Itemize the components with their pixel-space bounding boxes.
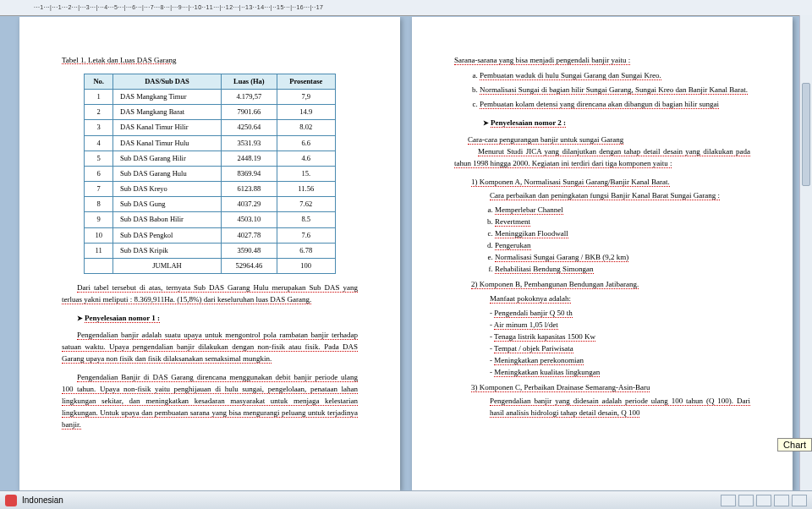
status-bar: Indonesian — [0, 490, 812, 509]
table-row: 5Sub DAS Garang Hilir2448.194.6 — [85, 151, 336, 166]
section-heading: Penyelesaian nomor 2 : — [483, 118, 750, 129]
chart-tooltip: Chart — [777, 438, 812, 452]
view-mode-button[interactable] — [738, 495, 754, 506]
table-row: 1DAS Mangkang Timur4.179,577,9 — [85, 90, 336, 105]
komponen-b: 2) Komponen B, Pembangunan Bendungan Jat… — [471, 279, 750, 379]
komponen-c: 3) Komponen C, Perbaikan Drainase Semara… — [471, 382, 750, 420]
list-item: Rehabilitasi Bendung Simongan — [495, 264, 750, 276]
col-pros: Prosentase — [277, 74, 335, 89]
list-item: Meningkatkan perekonomian — [490, 355, 750, 367]
paragraph: Pengendalian Banjir di DAS Garang direnc… — [62, 372, 358, 431]
list-item: Pembuatan waduk di hulu Sungai Garang da… — [480, 70, 750, 82]
list-item: Memperlebar Channel — [495, 205, 750, 216]
section-heading: Penyelesaian nomor 1 : — [77, 313, 358, 325]
table-row: 6Sub DAS Garang Hulu8369.9415. — [85, 166, 336, 181]
sublist: Pengendali banjir Q 50 th Air minum 1,05… — [471, 308, 750, 379]
col-das: DAS/Sub DAS — [113, 74, 222, 89]
list-item: Meningkatkan kualitas lingkungan — [490, 367, 750, 379]
list-sarana: Pembuatan waduk di hulu Sungai Garang da… — [454, 70, 750, 111]
intro-line: Sarana-sarana yang bisa menjadi pengenda… — [454, 55, 750, 67]
table-row: 11Sub DAS Kripik3590.486.78 — [85, 243, 336, 258]
col-luas: Luas (Ha) — [221, 74, 277, 89]
ruler-labels: ···1···|···1···2···|···3···|···4···5···|… — [0, 0, 812, 15]
col-no: No. — [85, 74, 113, 89]
list-item: Pengerukan — [495, 240, 750, 252]
view-mode-button[interactable] — [774, 495, 789, 506]
document-page-1: Tabel 1. Letak dan Luas DAS Garang No. D… — [19, 17, 400, 490]
view-mode-button[interactable] — [756, 495, 771, 506]
paragraph: Cara-cara pengurangan banjir untuk sunga… — [454, 134, 750, 146]
list-item: Pembuatan kolam detensi yang direncana a… — [480, 99, 750, 111]
list-item: Pengendali banjir Q 50 th — [490, 308, 750, 320]
view-mode-button[interactable] — [721, 495, 736, 506]
paragraph: Pengendalian banjir adalah suatu upaya u… — [62, 330, 358, 365]
scrollbar-thumb[interactable] — [802, 83, 810, 186]
table-header-row: No. DAS/Sub DAS Luas (Ha) Prosentase — [85, 74, 336, 89]
list-item: Normalisasi Sungai Garang / BKB (9,2 km) — [495, 252, 750, 264]
table-row: 7Sub DAS Kreyo6123.8811.56 — [85, 182, 336, 197]
paragraph: Menurut Studi JICA yang dilanjutkan deng… — [454, 146, 750, 170]
list-item: Revertment — [495, 216, 750, 228]
view-mode-button[interactable] — [792, 495, 807, 506]
list-item: Meninggikan Floodwall — [495, 228, 750, 240]
table-row: 3DAS Kanal Timur Hilir4250.648.02 — [85, 120, 336, 135]
table-row: 9Sub DAS Babon Hilir4503.108.5 — [85, 212, 336, 227]
table-row: 2DAS Mangkang Barat7901.6614.9 — [85, 105, 336, 120]
horizontal-ruler: ···1···|···1···2···|···3···|···4···5···|… — [0, 0, 812, 16]
vertical-scrollbar[interactable] — [799, 15, 812, 490]
komponen-a: 1) Komponen A, Normalisasi Sungai Garang… — [471, 177, 750, 276]
paragraph: Dari tabel tersebut di atas, ternyata Su… — [62, 282, 358, 306]
list-item: Tenaga listrik kapasitas 1500 Kw — [490, 331, 750, 343]
table-caption: Tabel 1. Letak dan Luas DAS Garang — [62, 55, 358, 67]
data-table: No. DAS/Sub DAS Luas (Ha) Prosentase 1DA… — [84, 74, 336, 274]
document-page-2: Sarana-sarana yang bisa menjadi pengenda… — [412, 17, 793, 490]
table-row: 8Sub DAS Gung4037.297.62 — [85, 197, 336, 212]
komponen-list: 1) Komponen A, Normalisasi Sungai Garang… — [454, 177, 750, 420]
status-language[interactable]: Indonesian — [22, 495, 63, 505]
table-total-row: JUMLAH52964.46100 — [85, 259, 336, 274]
list-item: Tempat / objek Pariwisata — [490, 343, 750, 355]
list-item: Air minum 1,05 l/det — [490, 320, 750, 331]
app-icon — [5, 495, 17, 506]
table-row: 4DAS Kanal Timur Hulu3531.936.6 — [85, 135, 336, 151]
sublist: Memperlebar Channel Revertment Meninggik… — [471, 205, 750, 276]
table-row: 10Sub DAS Pengkol4027.787.6 — [85, 227, 336, 243]
page-area: Tabel 1. Letak dan Luas DAS Garang No. D… — [0, 17, 812, 490]
view-controls — [721, 495, 807, 506]
list-item: Normalisasi Sungai di bagian hilir Sunga… — [480, 85, 750, 96]
